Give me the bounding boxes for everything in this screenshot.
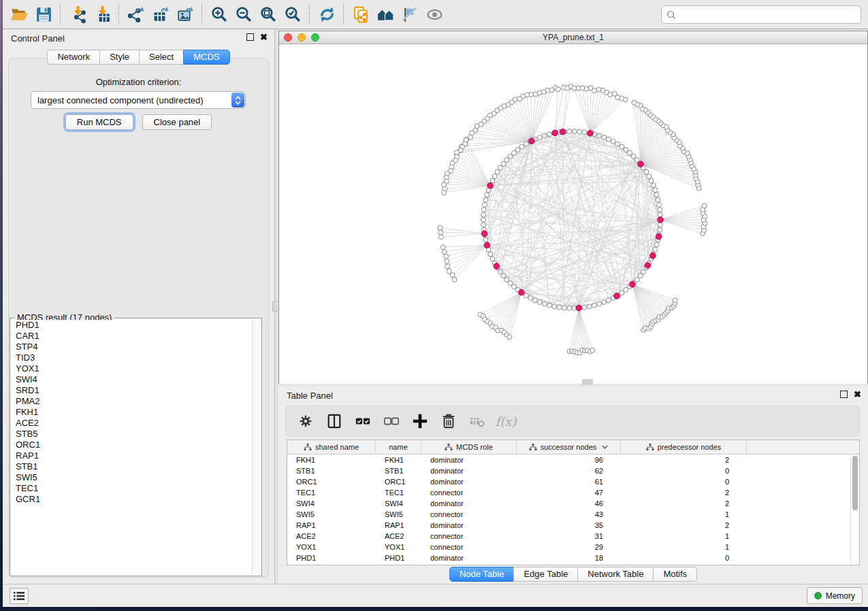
tab-network-table[interactable]: Network Table — [577, 567, 654, 582]
unselect-all-checkboxes-icon[interactable] — [379, 409, 404, 433]
table-row[interactable]: PHD1PHD1dominator180 — [287, 552, 859, 563]
mcds-result-item[interactable]: TEC1 — [12, 483, 260, 494]
table-row[interactable]: STB1STB1dominator620 — [287, 465, 859, 476]
cell-predecessor-nodes: 0 — [621, 478, 747, 486]
network-canvas[interactable] — [279, 44, 867, 384]
mcds-result-item[interactable]: CAR1 — [12, 331, 260, 342]
zoom-in-icon[interactable] — [207, 3, 231, 26]
table-row[interactable]: ACE2ACE2connector311 — [287, 531, 859, 542]
mcds-result-item[interactable]: FKH1 — [12, 407, 260, 418]
zoom-selected-icon[interactable] — [280, 3, 305, 26]
column-header-predecessor-nodes[interactable]: predecessor nodes — [621, 440, 747, 454]
task-history-button[interactable] — [10, 588, 29, 604]
column-type-icon — [646, 444, 654, 451]
delete-table-icon — [464, 409, 490, 433]
column-header-shared-name[interactable]: shared name — [287, 440, 376, 454]
export-image-icon[interactable] — [173, 3, 197, 26]
table-row[interactable]: SWI5SWI5connector431 — [287, 509, 859, 520]
tab-edge-table[interactable]: Edge Table — [513, 567, 578, 582]
float-panel-icon[interactable] — [246, 33, 254, 41]
table-row[interactable]: RAP1RAP1dominator352 — [287, 520, 859, 531]
select-stepper-icon — [231, 93, 244, 108]
mcds-result-item[interactable]: ORC1 — [12, 440, 260, 450]
memory-button[interactable]: Memory — [807, 587, 863, 604]
save-session-icon[interactable] — [31, 3, 56, 26]
export-network-icon[interactable] — [124, 3, 148, 26]
horizontal-splitter-grip[interactable] — [582, 379, 593, 385]
cell-shared-name: FKH1 — [287, 456, 376, 464]
tab-node-table[interactable]: Node Table — [449, 567, 515, 582]
table-row[interactable]: YOX1YOX1connector291 — [287, 542, 859, 552]
cell-shared-name: SWI4 — [287, 499, 376, 508]
close-panel-button[interactable]: Close panel — [142, 114, 212, 130]
import-table-icon[interactable] — [90, 3, 114, 26]
control-panel-title: Control Panel — [11, 33, 65, 44]
cell-mcds-role: dominator — [421, 521, 517, 529]
first-neighbors-icon[interactable] — [373, 3, 398, 26]
mcds-result-item[interactable]: TID3 — [12, 352, 260, 363]
table-row[interactable]: TEC1TEC1connector472 — [287, 487, 859, 498]
cell-predecessor-nodes: 0 — [621, 554, 747, 562]
network-window: YPA_prune.txt_1 — [278, 31, 868, 384]
tab-style[interactable]: Style — [99, 50, 140, 65]
cell-shared-name: ORC1 — [287, 478, 376, 486]
mcds-list-scrollbar[interactable] — [252, 320, 260, 574]
mcds-result-item[interactable]: GCR1 — [12, 494, 260, 505]
cell-successor-nodes: 62 — [517, 467, 621, 475]
mcds-result-item[interactable]: SWI5 — [12, 472, 260, 483]
open-file-icon[interactable] — [7, 3, 31, 26]
show-column-icon[interactable] — [321, 409, 347, 433]
run-mcds-button[interactable]: Run MCDS — [65, 114, 133, 130]
delete-row-icon[interactable] — [436, 409, 462, 433]
mcds-result-item[interactable]: STB1 — [12, 461, 260, 472]
network-window-titlebar[interactable]: YPA_prune.txt_1 — [279, 31, 867, 44]
mcds-result-item[interactable]: SRD1 — [12, 385, 260, 396]
mcds-result-item[interactable]: STP4 — [12, 342, 260, 352]
tab-motifs[interactable]: Motifs — [653, 567, 697, 582]
mcds-result-item[interactable]: STB5 — [12, 429, 260, 440]
column-header-mcds-role[interactable]: MCDS role — [421, 440, 517, 454]
tab-network[interactable]: Network — [47, 50, 100, 65]
application-window: Control Panel ✖ NetworkStyleSelectMCDS O… — [3, 0, 868, 607]
search-input[interactable] — [679, 7, 861, 22]
settings-gear-icon[interactable] — [293, 409, 319, 433]
cell-successor-nodes: 18 — [517, 554, 621, 562]
network-graph[interactable] — [279, 44, 867, 382]
control-panel: Control Panel ✖ NetworkStyleSelectMCDS O… — [3, 29, 274, 584]
close-panel-icon[interactable]: ✖ — [260, 33, 268, 41]
import-network-icon[interactable] — [65, 3, 90, 26]
mcds-result-item[interactable]: RAP1 — [12, 450, 260, 461]
optimization-criterion-select[interactable]: largest connected component (undirected) — [31, 91, 246, 109]
table-row[interactable]: ORC1ORC1dominator610 — [287, 476, 859, 487]
table-scrollbar[interactable] — [850, 455, 859, 565]
zoom-fit-icon[interactable] — [256, 3, 280, 26]
table-panel: Table Panel ✖ f(x) shared namenameMCDS r… — [278, 386, 868, 584]
float-table-panel-icon[interactable] — [840, 391, 848, 398]
column-header-name[interactable]: name — [376, 440, 421, 454]
close-table-panel-icon[interactable]: ✖ — [854, 391, 861, 398]
tab-mcds[interactable]: MCDS — [183, 50, 229, 65]
cell-mcds-role: dominator — [421, 554, 517, 562]
select-all-checkboxes-icon[interactable] — [350, 409, 376, 433]
mcds-result-item[interactable]: SWI4 — [12, 374, 260, 385]
show-hidden-icon[interactable] — [422, 3, 447, 26]
cell-successor-nodes: 47 — [517, 489, 621, 497]
hide-selected-icon[interactable] — [398, 3, 422, 26]
refresh-layout-icon[interactable] — [315, 3, 339, 26]
column-header-successor-nodes[interactable]: successor nodes — [517, 440, 621, 454]
clone-network-icon[interactable] — [349, 3, 373, 26]
table-row[interactable]: SWI4SWI4dominator462 — [287, 498, 859, 509]
table-row[interactable]: FKH1FKH1dominator962 — [287, 455, 859, 465]
tab-select[interactable]: Select — [139, 50, 184, 65]
mcds-result-item[interactable]: YOX1 — [12, 363, 260, 374]
add-row-icon[interactable] — [407, 409, 433, 433]
mcds-result-item[interactable]: ACE2 — [12, 418, 260, 429]
export-table-icon[interactable] — [148, 3, 173, 26]
table-scrollbar-thumb[interactable] — [852, 456, 858, 510]
mcds-result-groupbox: MCDS result (17 nodes) PHD1CAR1STP4TID3Y… — [10, 318, 262, 576]
mcds-result-item[interactable]: PHD1 — [12, 320, 260, 331]
cell-name: SWI5 — [376, 510, 421, 518]
zoom-out-icon[interactable] — [231, 3, 256, 26]
cell-predecessor-nodes: 2 — [621, 456, 747, 464]
mcds-result-item[interactable]: PMA2 — [12, 396, 260, 407]
